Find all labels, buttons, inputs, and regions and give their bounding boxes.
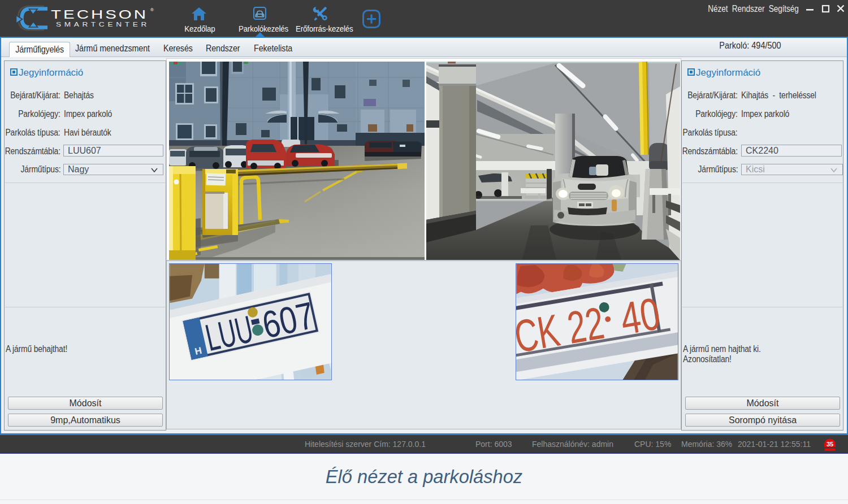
svg-text:TECHSON: TECHSON bbox=[51, 7, 148, 21]
svg-text:35: 35 bbox=[827, 441, 833, 447]
svg-text:SMARTCENTER: SMARTCENTER bbox=[56, 21, 150, 28]
svg-text:®: ® bbox=[150, 7, 154, 12]
svg-text:40: 40 bbox=[617, 288, 664, 344]
